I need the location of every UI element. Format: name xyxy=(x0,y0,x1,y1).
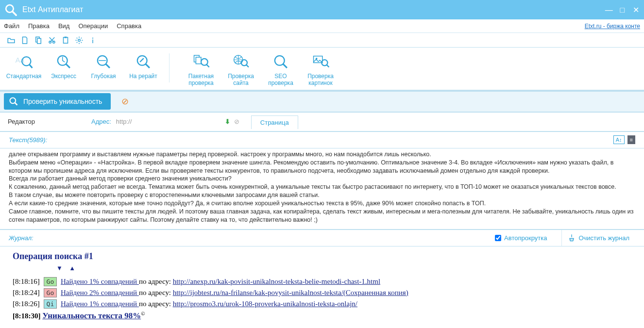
small-toolbar xyxy=(0,33,644,48)
timestamp: [8:18:30] xyxy=(13,312,40,320)
address-label: Адрес: xyxy=(91,118,111,125)
journal-header: Журнал: Автопрокрутка Очистить журнал xyxy=(0,230,644,246)
clear-journal-button[interactable]: Очистить журнал xyxy=(561,230,635,246)
svg-line-24 xyxy=(206,65,209,67)
btn-standard[interactable]: Aa Стандартная xyxy=(4,52,44,80)
text-line: Всегда ли работает данный метод проверки… xyxy=(9,175,635,183)
svg-rect-22 xyxy=(196,57,201,64)
timestamp: [8:18:26] xyxy=(13,300,40,308)
text-line: Самое главное, помните, что вы пишите те… xyxy=(9,208,635,224)
text-line: Выбираем меню «Операции» - «Настройка». … xyxy=(9,159,635,175)
btn-rewrite[interactable]: На рерайт xyxy=(123,52,163,80)
titlebar: Etxt Антиплагиат — □ ✕ xyxy=(0,0,644,19)
text-line: далее открываем программу и выставляем н… xyxy=(9,150,635,159)
engine-badge: Go xyxy=(44,277,57,286)
source-url[interactable]: http://prosmo3.ru/urok-108-proverka-unik… xyxy=(173,300,357,308)
label: Глубокая xyxy=(91,73,116,80)
address-label: по адресу: xyxy=(139,278,173,285)
text-count-label: Текст(5989): xyxy=(9,136,47,144)
text-label-row: Текст(5989): A↕ ≡ xyxy=(0,132,644,148)
arrow-down[interactable]: ▼ xyxy=(56,264,63,272)
address-row: Редактор Адрес: ⬇ ⊘ Страница xyxy=(0,113,644,132)
label: Проверка сайта xyxy=(228,73,254,87)
cut-icon[interactable] xyxy=(48,36,56,45)
btn-batch[interactable]: Пакетная проверка xyxy=(181,52,221,87)
svg-line-20 xyxy=(146,64,150,68)
btn-seo[interactable]: SEO проверка xyxy=(261,52,301,87)
deep-check-icon xyxy=(94,52,113,71)
svg-line-13 xyxy=(29,65,32,68)
svg-rect-7 xyxy=(65,36,67,38)
editor-body[interactable]: далее открываем программу и выставляем н… xyxy=(0,148,644,230)
label: Проверить уникальность xyxy=(23,98,102,105)
close-button[interactable]: ✕ xyxy=(631,5,640,15)
menubar: Файл Правка Вид Операции Справка Etxt.ru… xyxy=(0,19,644,33)
uniqueness-result[interactable]: Уникальность текста 98% xyxy=(42,311,141,320)
info-icon[interactable] xyxy=(88,36,97,45)
timestamp: [8:18:16] xyxy=(13,278,40,285)
svg-point-26 xyxy=(241,60,247,66)
app-title: Etxt Антиплагиат xyxy=(22,5,602,14)
text-line: К сожалению, данный метод работает не вс… xyxy=(9,183,635,191)
autoscroll-label: Автопрокрутка xyxy=(504,234,547,242)
stop-icon[interactable]: ⊘ xyxy=(121,96,129,107)
match-link[interactable]: Найдено 1% совпадений xyxy=(61,300,139,308)
sort-arrows: ▼ ▲ xyxy=(56,264,631,272)
express-check-icon xyxy=(54,52,73,71)
new-file-icon[interactable] xyxy=(20,36,29,45)
arrow-up[interactable]: ▲ xyxy=(69,264,75,272)
menu-view[interactable]: Вид xyxy=(58,22,70,30)
label: На рерайт xyxy=(129,73,157,80)
menu-edit[interactable]: Правка xyxy=(28,22,50,30)
format-icon-lines[interactable]: ≡ xyxy=(627,135,635,144)
actionbar: Проверить уникальность ⊘ xyxy=(0,91,644,113)
text-line: В таком случае, вы можете повторить пров… xyxy=(9,191,635,199)
label: Стандартная xyxy=(6,73,42,80)
open-icon[interactable] xyxy=(7,36,16,45)
paste-icon[interactable] xyxy=(61,36,70,45)
forbid-icon-small[interactable]: ⊘ xyxy=(234,118,239,125)
journal-label: Журнал: xyxy=(9,234,34,242)
copy-icon[interactable] xyxy=(34,36,43,45)
address-input[interactable] xyxy=(116,118,223,125)
maximize-button[interactable]: □ xyxy=(618,6,627,15)
address-label: по адресу: xyxy=(139,289,173,296)
minimize-button[interactable]: — xyxy=(605,6,613,15)
svg-line-15 xyxy=(66,64,70,68)
check-uniqueness-button[interactable]: Проверить уникальность xyxy=(4,93,111,110)
menu-operations[interactable]: Операции xyxy=(78,22,108,30)
btn-images[interactable]: Проверка картинок xyxy=(301,52,340,87)
source-url[interactable]: http://anexp.ru/kak-povisit-unikalnost-t… xyxy=(173,278,380,285)
tab-page[interactable]: Страница xyxy=(251,115,298,129)
source-url[interactable]: http://ijobtest.ru/na-frilanse/kak-povys… xyxy=(173,289,408,296)
autoscroll-toggle[interactable]: Автопрокрутка xyxy=(495,234,547,242)
settings-icon[interactable] xyxy=(75,36,84,45)
log-line: [8:18:16] Go Найдено 1% совпадений по ад… xyxy=(13,277,631,286)
rewrite-check-icon xyxy=(134,52,153,71)
menu-help[interactable]: Справка xyxy=(117,22,141,30)
autoscroll-checkbox[interactable] xyxy=(495,235,501,241)
svg-text:Aa: Aa xyxy=(16,56,25,64)
format-icon-a[interactable]: A↕ xyxy=(613,135,625,144)
svg-line-1 xyxy=(13,12,17,16)
btn-deep[interactable]: Глубокая xyxy=(84,52,123,80)
label: Пакетная проверка xyxy=(188,73,214,87)
site-check-icon xyxy=(231,52,251,71)
timestamp: [8:18:24] xyxy=(13,289,40,296)
toolbar-separator xyxy=(169,53,169,82)
svg-line-33 xyxy=(327,65,329,67)
download-icon[interactable]: ⬇ xyxy=(225,118,230,125)
log-line: [8:18:24] Go Найдено 2% совпадений по ад… xyxy=(13,288,631,297)
big-toolbar: Aa Стандартная Экспресс Глубокая На рера… xyxy=(0,48,644,91)
svg-line-27 xyxy=(246,65,249,67)
svg-line-29 xyxy=(283,64,287,68)
btn-express[interactable]: Экспресс xyxy=(44,52,84,80)
match-link[interactable]: Найдено 1% совпадений xyxy=(61,278,139,285)
btn-site[interactable]: Проверка сайта xyxy=(221,52,261,87)
engine-badge: Qi xyxy=(44,299,57,309)
match-link[interactable]: Найдено 2% совпадений xyxy=(61,289,139,296)
menu-file[interactable]: Файл xyxy=(4,22,19,30)
etxt-link[interactable]: Etxt.ru - биржа конте xyxy=(585,23,640,30)
log-line: [8:18:26] Qi Найдено 1% совпадений по ад… xyxy=(13,299,631,309)
svg-point-23 xyxy=(201,59,208,66)
